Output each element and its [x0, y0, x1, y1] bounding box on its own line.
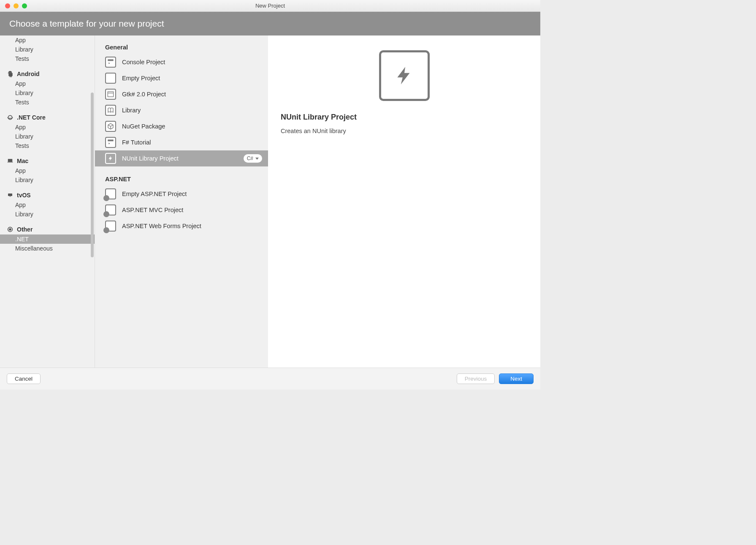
other-icon	[7, 226, 14, 233]
next-button[interactable]: Next	[499, 373, 534, 384]
template-label: ASP.NET Web Forms Project	[122, 223, 262, 229]
template-library[interactable]: Library	[95, 102, 268, 118]
sidebar-item-dotnet[interactable]: .NET	[0, 234, 95, 244]
sidebar-item-tests[interactable]: Tests	[0, 141, 95, 150]
sidebar-item-app[interactable]: App	[0, 123, 95, 132]
window-title: New Project	[0, 3, 540, 9]
maximize-window-button[interactable]	[22, 3, 27, 8]
aspnet-icon	[105, 204, 116, 215]
template-fsharp-tutorial[interactable]: F# Tutorial	[95, 134, 268, 150]
android-icon	[7, 71, 14, 77]
template-label: Empty Project	[122, 75, 262, 82]
template-label: Console Project	[122, 59, 262, 65]
sidebar-category-label: Other	[17, 226, 33, 233]
template-details-title: NUnit Library Project	[281, 113, 357, 122]
category-sidebar: App Library Tests Android App Library Te…	[0, 35, 95, 368]
sidebar-item-tests[interactable]: Tests	[0, 54, 95, 63]
wizard-header: Choose a template for your new project	[0, 12, 540, 35]
sidebar-item-library[interactable]: Library	[0, 175, 95, 185]
svg-point-6	[9, 229, 11, 230]
tvos-icon	[7, 192, 14, 199]
template-label: Gtk# 2.0 Project	[122, 91, 262, 98]
template-gtk-project[interactable]: Gtk# 2.0 Project	[95, 86, 268, 102]
sidebar-category-android[interactable]: Android	[0, 68, 95, 79]
svg-rect-1	[8, 159, 13, 162]
svg-rect-8	[108, 92, 113, 97]
svg-rect-4	[10, 196, 11, 197]
template-label: Empty ASP.NET Project	[122, 191, 262, 197]
sidebar-category-other[interactable]: Other	[0, 224, 95, 234]
svg-rect-3	[8, 193, 12, 196]
sidebar-scrollbar-thumb[interactable]	[91, 93, 94, 257]
sidebar-item-app[interactable]: App	[0, 200, 95, 210]
window-titlebar: New Project	[0, 0, 540, 12]
terminal-icon	[105, 137, 116, 148]
sidebar-item-app[interactable]: App	[0, 35, 95, 45]
template-empty-aspnet-project[interactable]: Empty ASP.NET Project	[95, 186, 268, 202]
svg-rect-11	[108, 139, 113, 141]
cube-icon	[105, 121, 116, 132]
wizard-footer: Cancel Previous Next	[0, 368, 540, 390]
sidebar-item-tests[interactable]: Tests	[0, 98, 95, 107]
wizard-title: Choose a template for your new project	[9, 19, 164, 28]
template-label: ASP.NET MVC Project	[122, 207, 262, 213]
template-group-aspnet: ASP.NET	[95, 172, 268, 186]
book-icon	[105, 105, 116, 116]
sidebar-category-label: Mac	[17, 158, 28, 164]
template-details-panel: NUnit Library Project Creates an NUnit l…	[268, 35, 540, 368]
sidebar-item-app[interactable]: App	[0, 79, 95, 88]
sidebar-item-library[interactable]: Library	[0, 45, 95, 54]
sidebar-category-mac[interactable]: Mac	[0, 155, 95, 166]
sidebar-category-label: .NET Core	[17, 114, 46, 121]
sidebar-item-library[interactable]: Library	[0, 88, 95, 98]
dotnetcore-icon	[7, 114, 14, 121]
aspnet-icon	[105, 188, 116, 199]
language-selector[interactable]: C#	[244, 154, 262, 163]
language-value: C#	[247, 155, 253, 161]
sidebar-item-miscellaneous[interactable]: Miscellaneous	[0, 244, 95, 253]
sidebar-item-library[interactable]: Library	[0, 210, 95, 219]
sidebar-category-netcore[interactable]: .NET Core	[0, 112, 95, 123]
chevron-down-icon	[255, 158, 259, 160]
template-aspnet-mvc-project[interactable]: ASP.NET MVC Project	[95, 202, 268, 218]
template-label: Library	[122, 107, 262, 114]
template-nuget-package[interactable]: NuGet Package	[95, 118, 268, 134]
sidebar-category-label: tvOS	[17, 192, 31, 199]
bolt-icon	[105, 153, 116, 164]
template-label: NuGet Package	[122, 123, 262, 130]
template-preview-icon	[379, 50, 430, 101]
template-list: General Console Project Empty Project Gt…	[95, 35, 268, 368]
minimize-window-button[interactable]	[14, 3, 19, 8]
mac-icon	[7, 158, 14, 164]
template-console-project[interactable]: Console Project	[95, 54, 268, 70]
terminal-icon	[105, 57, 116, 68]
close-window-button[interactable]	[5, 3, 10, 8]
sidebar-category-tvos[interactable]: tvOS	[0, 190, 95, 200]
template-label: NUnit Library Project	[122, 155, 238, 162]
template-aspnet-webforms-project[interactable]: ASP.NET Web Forms Project	[95, 218, 268, 234]
sidebar-item-app[interactable]: App	[0, 166, 95, 175]
svg-rect-7	[108, 59, 113, 61]
template-nunit-library-project[interactable]: NUnit Library Project C#	[95, 150, 268, 166]
template-empty-project[interactable]: Empty Project	[95, 70, 268, 86]
svg-point-0	[8, 115, 12, 119]
template-details-description: Creates an NUnit library	[281, 128, 346, 134]
previous-button[interactable]: Previous	[457, 373, 495, 384]
sidebar-item-library[interactable]: Library	[0, 132, 95, 141]
template-group-general: General	[95, 40, 268, 54]
svg-rect-2	[8, 162, 13, 162]
cancel-button[interactable]: Cancel	[7, 373, 41, 384]
sidebar-category-label: Android	[17, 71, 40, 77]
empty-icon	[105, 73, 116, 84]
aspnet-icon	[105, 221, 116, 232]
window-icon	[105, 89, 116, 100]
template-label: F# Tutorial	[122, 139, 262, 146]
